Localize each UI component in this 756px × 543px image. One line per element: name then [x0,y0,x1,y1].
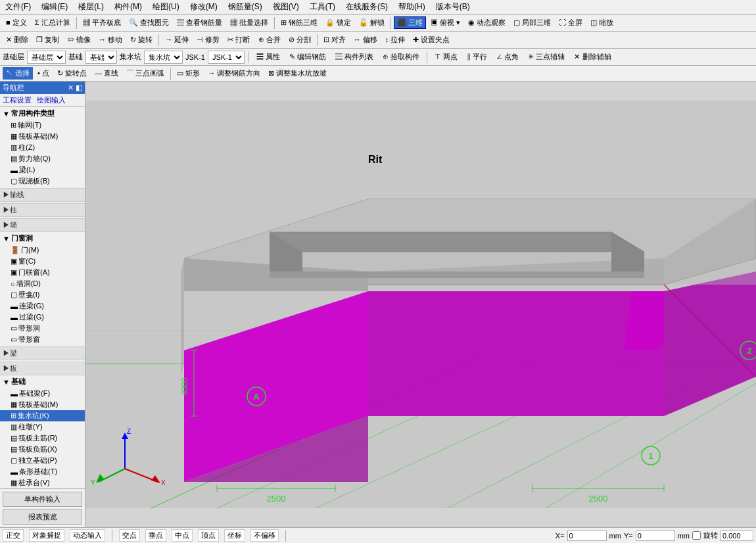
nooffset-btn[interactable]: 不偏移 [250,529,279,542]
adjust-rebar-btn[interactable]: → 调整钢筋方向 [204,67,264,80]
tree-sumppit[interactable]: ⊞集水坑(K) [0,410,85,421]
menu-help[interactable]: 帮助(H) [396,1,428,13]
define-btn[interactable]: ■ ■ 定义定义 [3,16,30,29]
tree-door[interactable]: 🚪门(M) [0,245,85,256]
tree-stripwindow[interactable]: ▭带形窗 [0,334,85,345]
property-btn[interactable]: ☰ 属性 [253,51,283,63]
cat-beam[interactable]: ▶梁 [0,346,85,360]
tree-beam[interactable]: ▬梁(L) [0,164,85,176]
split-btn[interactable]: ⊘ 分割 [285,34,314,46]
coord-btn[interactable]: 坐标 [224,529,245,542]
parallel-btn[interactable]: ∥ 平行 [463,51,490,63]
tree-axis[interactable]: ⊞轴网(T) [0,120,85,131]
line-btn[interactable]: — 直线 [91,67,122,80]
snap-btn[interactable]: 对象捕捉 [29,529,64,542]
edit-rebar-btn[interactable]: ✎ 编辑钢筋 [286,51,329,63]
perp-btn[interactable]: 垂点 [145,529,166,542]
component-list-btn[interactable]: ▤ 构件列表 [332,51,377,63]
batch-select-btn[interactable]: ▦ 批量选择 [227,16,272,29]
endpoint-btn[interactable]: 顶点 [198,529,219,542]
merge-btn[interactable]: ⊕ 合并 [255,34,284,46]
report-preview-btn[interactable]: 报表预览 [3,509,82,525]
tree-stripfound[interactable]: ▬条形基础(T) [0,466,85,477]
rotate-btn[interactable]: ↻ 旋转 [127,34,156,46]
view-rebar-btn[interactable]: ▤ 查看钢筋量 [174,16,225,29]
two-point-btn[interactable]: ⊤ 两点 [431,51,461,63]
menu-version[interactable]: 版本号(B) [433,1,473,13]
menu-tools[interactable]: 工具(T) [307,1,338,13]
midpoint-btn[interactable]: 中点 [172,529,193,542]
tree-raftmain[interactable]: ▤筏板主筋(R) [0,433,85,444]
cat-common[interactable]: ▼ 常用构件类型 [0,107,85,120]
tree-raftneg[interactable]: ▤筏板负筋(X) [0,444,85,455]
summary-btn[interactable]: Σ 汇总计算 [32,16,74,29]
menu-online[interactable]: 在线服务(S) [343,1,390,13]
rect-btn[interactable]: ▭ 矩形 [174,67,203,80]
rotate-checkbox[interactable] [692,531,701,540]
mirror-btn[interactable]: ⇔ 镜像 [64,34,94,46]
stretch-btn[interactable]: ↕ 拉伸 [382,34,409,46]
cat-wall[interactable]: ▶墙 [0,218,85,232]
tree-isolatedfound[interactable]: ▢独立基础(P) [0,455,85,466]
cat-col[interactable]: ▶柱 [0,203,85,217]
unlock-btn[interactable]: 🔓 解锁 [356,16,388,29]
tree-colpier[interactable]: ▥柱墩(Y) [0,421,85,433]
trim-btn[interactable]: ⊣ 修剪 [193,34,223,46]
ortho-btn[interactable]: 正交 [3,529,24,542]
tree-lintel[interactable]: ▬过梁(G) [0,312,85,323]
find-btn[interactable]: 🔍 查找图元 [126,16,172,29]
select-btn[interactable]: ↖ 选择 [3,67,33,80]
menu-floor[interactable]: 楼层(L) [76,1,106,13]
lock-btn[interactable]: 🔒 锁定 [322,16,354,29]
menu-component[interactable]: 构件(M) [112,1,145,13]
cat-doorwindow[interactable]: ▼门窗洞 [0,232,85,245]
tree-castslab[interactable]: ▢现浇板(B) [0,176,85,187]
copy-btn[interactable]: ❒ 复制 [33,34,62,46]
break-btn[interactable]: ✂ 打断 [224,34,253,46]
cat-slab[interactable]: ▶板 [0,362,85,375]
layer-select[interactable]: 基础层 [27,51,66,64]
intersect-btn[interactable]: 交点 [119,529,140,542]
menu-rebar[interactable]: 钢筋量(S) [225,1,265,13]
viewport[interactable]: 8000 2500 2500 A 1 2 Rit [85,82,756,527]
zoom-btn[interactable]: ◫ 缩放 [587,16,617,29]
delete-btn[interactable]: ✕ 删除 [3,34,32,46]
tree-doorwindow[interactable]: ▣门联窗(A) [0,267,85,278]
delete-aux-btn[interactable]: ✕ 删除辅轴 [571,51,614,63]
arc-btn[interactable]: ⌒ 三点画弧 [123,67,168,80]
point-angle-btn[interactable]: ∠ 点角 [493,51,522,63]
rebar3d-btn[interactable]: ⊞ 钢筋三维 [277,16,321,29]
tree-striphole[interactable]: ▭带形洞 [0,323,85,334]
tree-pilecap[interactable]: ▦桩承台(V) [0,477,85,488]
tree-couplebeam[interactable]: ▬连梁(G) [0,300,85,312]
rotate-input[interactable] [721,531,753,541]
offset-btn[interactable]: ↔ 偏移 [350,34,381,46]
rotate-point-btn[interactable]: ↻ 旋转点 [54,67,90,80]
nav-close[interactable]: ✕ ◧ [68,83,82,92]
menu-view[interactable]: 视图(V) [270,1,302,13]
dynamic-view-btn[interactable]: ◉ 动态观察 [465,16,509,29]
extend-btn[interactable]: → 延伸 [162,34,192,46]
pick-component-btn[interactable]: ⊕ 拾取构件 [379,51,423,63]
cat-foundation[interactable]: ▼基础 [0,375,85,388]
y-input[interactable] [636,531,675,541]
floor-select[interactable]: 基础 [85,51,117,64]
tree-raft[interactable]: ▦筏板基础(M) [0,131,85,142]
menu-file[interactable]: 文件(F) [3,1,34,13]
tree-column[interactable]: ▥柱(Z) [0,142,85,153]
tree-window[interactable]: ▣窗(C) [0,256,85,267]
3d-btn[interactable]: ⬛ 三维 [394,16,426,29]
menu-modify[interactable]: 修改(M) [187,1,220,13]
tree-shearwall[interactable]: ▤剪力墙(Q) [0,153,85,164]
menu-draw[interactable]: 绘图(U) [150,1,182,13]
fullscreen-btn[interactable]: ⛶ 全屏 [555,16,586,29]
point-btn[interactable]: • 点 [34,67,53,80]
single-input-btn[interactable]: 单构件输入 [3,492,82,507]
nav-project-settings[interactable]: 工程设置 [3,95,32,105]
three-point-btn[interactable]: ✳ 三点辅轴 [525,51,568,63]
move-btn[interactable]: ↔ 移动 [95,34,126,46]
nav-draw-input[interactable]: 绘图输入 [37,95,66,105]
type-select[interactable]: 集水坑 [144,51,183,64]
cat-axis[interactable]: ▶轴线 [0,188,85,202]
id-select[interactable]: JSK-1 [208,51,245,64]
